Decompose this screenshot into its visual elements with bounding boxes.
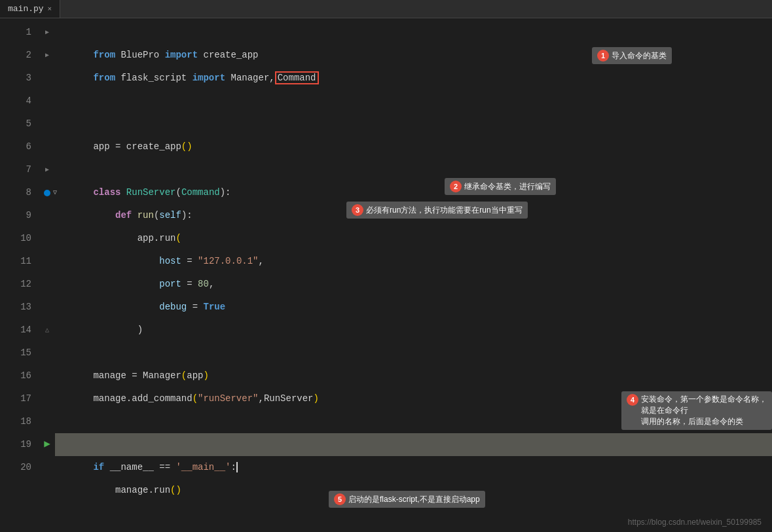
badge-3: 3 bbox=[352, 204, 363, 216]
ann5-text: 启动的是flask-script,不是直接启动app bbox=[348, 494, 480, 505]
badge-4: 4 bbox=[627, 394, 638, 406]
ann3-text: 必须有run方法，执行功能需要在run当中重写 bbox=[366, 205, 523, 216]
editor-area: 1 2 3 4 5 6 7 8 9 10 11 12 13 14 15 16 1… bbox=[0, 18, 772, 532]
code-line-11: port = 80, bbox=[55, 250, 772, 273]
fold-icon-line2[interactable]: ▶ bbox=[39, 44, 55, 67]
code-line-1: from BluePro import create_app bbox=[55, 21, 772, 44]
run-icon-line19[interactable]: ▶ bbox=[39, 433, 55, 456]
tab-close-icon[interactable]: × bbox=[48, 5, 52, 13]
code-line-20: manage.run() bbox=[55, 456, 772, 479]
code-line-13: ) bbox=[55, 296, 772, 319]
badge-1: 1 bbox=[597, 50, 609, 62]
code-area[interactable]: from BluePro import create_app from flas… bbox=[55, 18, 772, 532]
tab-filename: main.py bbox=[8, 4, 44, 14]
code-line-7: class RunServer(Command): bbox=[55, 158, 772, 181]
code-line-19: if __name__ == '__main__': bbox=[55, 433, 772, 456]
annotation-4: 4 安装命令，第一个参数是命令名称，就是在命令行调用的名称，后面是命令的类 bbox=[621, 391, 772, 430]
code-line-12: debug = True bbox=[55, 273, 772, 296]
watermark: https://blog.csdn.net/weixin_50199985 bbox=[628, 518, 762, 527]
code-line-15: manage = Manager(app) bbox=[55, 342, 772, 364]
annotation-2: 2 继承命令基类，进行编写 bbox=[445, 178, 556, 195]
ann4-text: 安装命令，第一个参数是命令名称，就是在命令行调用的名称，后面是命令的类 bbox=[641, 394, 767, 427]
code-line-4 bbox=[55, 90, 772, 113]
code-line-6 bbox=[55, 135, 772, 158]
code-line-8: def run(self): bbox=[55, 181, 772, 204]
badge-2: 2 bbox=[450, 181, 462, 192]
main-py-tab[interactable]: main.py × bbox=[0, 0, 60, 18]
code-line-14 bbox=[55, 319, 772, 342]
fold-icon-line1[interactable]: ▶ bbox=[39, 21, 55, 44]
ann2-text: 继承命令基类，进行编写 bbox=[464, 181, 551, 192]
annotation-5: 5 启动的是flask-script,不是直接启动app bbox=[329, 491, 485, 508]
annotation-3: 3 必须有run方法，执行功能需要在run当中重写 bbox=[346, 202, 528, 219]
fold-icon-line13[interactable]: △ bbox=[39, 319, 55, 342]
ann1-text: 导入命令的基类 bbox=[612, 50, 667, 62]
code-line-10: host = "127.0.0.1", bbox=[55, 227, 772, 250]
badge-5: 5 bbox=[334, 493, 346, 505]
line-numbers: 1 2 3 4 5 6 7 8 9 10 11 12 13 14 15 16 1… bbox=[0, 18, 39, 532]
code-line-5: app = create_app() bbox=[55, 113, 772, 135]
annotation-1: 1 导入命令的基类 bbox=[592, 47, 672, 64]
gutter: ▶ ▶ ▶ ▽ △ ▶ bbox=[39, 18, 55, 532]
fold-icon-line7[interactable]: ▶ bbox=[39, 158, 55, 181]
code-line-16: manage.add_command("runServer",RunServer… bbox=[55, 364, 772, 387]
code-line-3 bbox=[55, 67, 772, 90]
tab-bar: main.py × bbox=[0, 0, 772, 18]
